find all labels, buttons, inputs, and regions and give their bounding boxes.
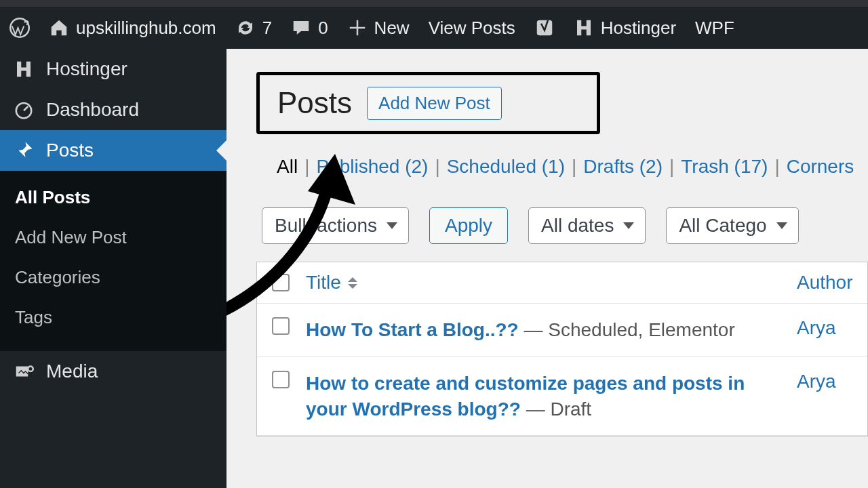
sidebar-item-posts[interactable]: Posts [0,130,226,171]
select-all-checkbox[interactable] [272,274,290,291]
media-icon [14,361,34,382]
updates-count: 7 [262,18,272,39]
post-meta: — Scheduled, Elementor [519,319,735,340]
sidebar-label: Dashboard [46,99,139,121]
comments-link[interactable]: 0 [291,18,328,39]
post-author-link[interactable]: Arya [797,371,868,392]
status-scheduled[interactable]: Scheduled (1) [447,156,565,178]
extra-link[interactable]: WPF [695,18,734,39]
status-published[interactable]: Published (2) [316,156,428,178]
yoast-icon [534,18,555,38]
page-title: Posts [277,86,352,120]
posts-submenu: All Posts Add New Post Categories Tags [0,171,226,351]
update-icon [235,18,256,38]
filter-row: Bulk actions Apply All dates All Catego [262,207,868,244]
comment-icon [291,18,311,38]
browser-chrome [0,0,868,7]
wp-logo[interactable] [9,18,30,38]
sidebar-item-media[interactable]: Media [0,351,226,392]
view-posts-link[interactable]: View Posts [429,18,515,39]
site-name: upskillinghub.com [76,18,216,39]
posts-table: Title Author How To Start a Blog..?? — S… [256,262,868,436]
wordpress-icon [9,18,30,38]
post-title-link[interactable]: How To Start a Blog..?? [306,319,519,340]
sidebar-label: Hostinger [46,58,127,80]
status-filter-row: All | Published (2) | Scheduled (1) | Dr… [277,156,868,178]
updates-link[interactable]: 7 [235,18,272,39]
table-header: Title Author [257,262,867,304]
table-row: How To Start a Blog..?? — Scheduled, Ele… [257,304,867,357]
new-link[interactable]: New [347,18,410,39]
submenu-tags[interactable]: Tags [0,298,226,338]
yoast-link[interactable] [534,18,555,38]
sidebar-label: Media [46,361,98,382]
home-icon [49,18,69,38]
status-cornerstone[interactable]: Corners [787,156,854,178]
pin-icon [14,140,34,161]
row-checkbox[interactable] [272,371,290,388]
add-new-post-button[interactable]: Add New Post [367,87,502,120]
status-trash[interactable]: Trash (17) [681,156,768,178]
viewposts-label: View Posts [429,18,515,39]
hostinger-link[interactable]: Hostinger [574,18,676,39]
sidebar-label: Posts [46,140,94,161]
dashboard-icon [14,100,34,120]
status-drafts[interactable]: Drafts (2) [583,156,663,178]
post-author-link[interactable]: Arya [797,317,868,339]
sidebar-item-dashboard[interactable]: Dashboard [0,89,226,130]
comments-count: 0 [318,18,328,39]
post-meta: — Draft [521,399,591,420]
hostinger-icon [574,18,594,38]
dates-select[interactable]: All dates [528,207,646,244]
sort-icon [348,277,357,289]
admin-bar: upskillinghub.com 7 0 New View Posts Hos… [0,7,868,49]
admin-sidebar: Hostinger Dashboard Posts All Posts Add … [0,49,226,488]
row-checkbox[interactable] [272,317,290,335]
plus-icon [347,18,368,38]
page-header-highlight: Posts Add New Post [256,72,600,134]
status-all[interactable]: All [277,156,298,178]
col-title[interactable]: Title [306,272,781,293]
apply-button[interactable]: Apply [429,207,508,244]
col-author[interactable]: Author [797,272,868,293]
table-row: How to create and customize pages and po… [257,357,867,436]
submenu-add-new[interactable]: Add New Post [0,218,226,258]
bulk-actions-select[interactable]: Bulk actions [262,207,409,244]
hostinger-label: Hostinger [601,18,676,39]
extra-label: WPF [695,18,734,39]
svg-point-4 [28,367,33,372]
sidebar-item-hostinger[interactable]: Hostinger [0,49,226,89]
submenu-all-posts[interactable]: All Posts [0,178,226,218]
main-content: Posts Add New Post All | Published (2) |… [226,49,868,488]
hostinger-icon [14,59,34,79]
site-link[interactable]: upskillinghub.com [49,18,216,39]
categories-select[interactable]: All Catego [666,207,798,244]
submenu-categories[interactable]: Categories [0,258,226,298]
new-label: New [374,18,410,39]
